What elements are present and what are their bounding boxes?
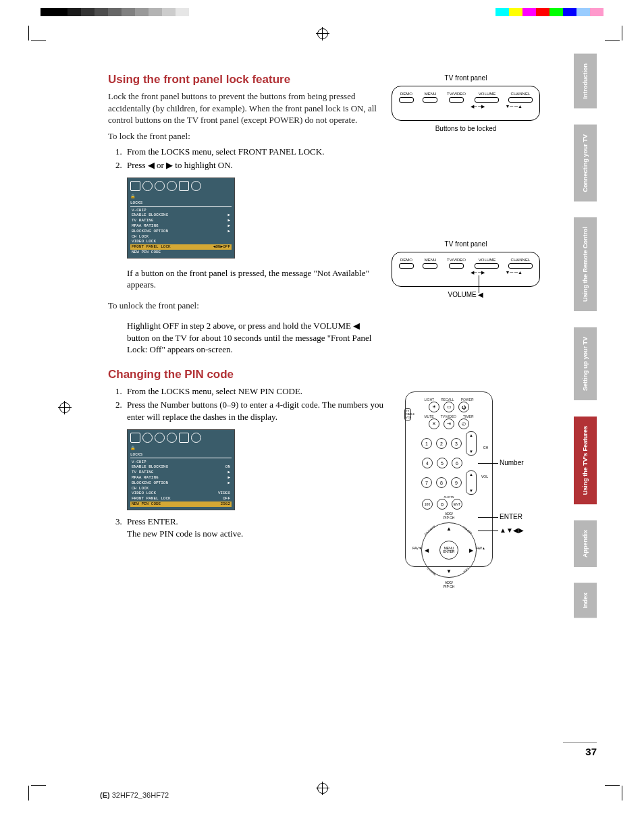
- osd-row: BLOCKING OPTION▶: [130, 229, 232, 234]
- osd-menu-1: 🔒 LOCKS V-CHIP ENABLE BLOCKING▶ TV RATIN…: [127, 178, 235, 259]
- lock-icon: 🔒: [130, 445, 232, 451]
- color-bar-right: [495, 8, 603, 16]
- vol-rocker: ▲▼: [466, 470, 477, 495]
- tab-introduction: Introduction: [574, 54, 597, 109]
- tab-appendix: Appendix: [574, 520, 597, 567]
- tab-index: Index: [574, 583, 597, 618]
- panel-button: CHANNEL: [508, 92, 533, 103]
- osd-tab-icons: [130, 433, 232, 443]
- page-number: 37: [563, 742, 597, 757]
- number-button: 2: [436, 438, 447, 449]
- osd-menu-2: 🔒 LOCKS V-CHIP ENABLE BLOCKINGON TV RATI…: [127, 429, 235, 510]
- callout-number: Number: [500, 459, 524, 466]
- number-button: 0: [437, 499, 448, 510]
- pin-step-2: Press the Number buttons (0–9) to enter …: [124, 399, 383, 423]
- lock-icon: 🔒: [130, 194, 232, 199]
- registration-target-bottom: [317, 783, 328, 794]
- panel-button: MENU: [423, 258, 437, 269]
- ch-rocker: ▲▼: [466, 431, 477, 456]
- callout-arrows: ▲▼◀▶: [500, 526, 524, 534]
- unlock-lead: To unlock the front panel:: [108, 300, 378, 312]
- osd-row: FRONT PANEL LOCKOFF: [130, 496, 232, 501]
- intro-paragraph: Lock the front panel buttons to prevent …: [108, 90, 378, 126]
- osd-row: TV RATING▶: [130, 470, 232, 475]
- registration-target-left: [59, 402, 70, 413]
- crop-mark: [14, 780, 34, 801]
- hundred-button: 100: [422, 499, 433, 510]
- panel-button: VOLUME: [475, 92, 499, 103]
- osd-row: MPAA RATING▶: [130, 475, 232, 481]
- number-button: 5: [437, 458, 448, 468]
- callout-enter: ENTER: [500, 513, 522, 520]
- timer-button: ◴: [458, 418, 469, 429]
- panel-button: VOLUME: [475, 258, 499, 269]
- panel-button: DEMO: [399, 258, 414, 269]
- panel-title-2: TV front panel: [392, 240, 540, 248]
- side-tabs: Introduction Connecting your TV Using th…: [574, 54, 597, 618]
- panel-button: CHANNEL: [508, 258, 533, 269]
- dpad: ▲ ▼ ◀ ▶ MENU ENTER FAV▼ FAV▲ FAVORITE A/…: [421, 522, 477, 578]
- osd-row: VIDEO LOCK: [130, 239, 232, 244]
- tvvideo-button: ⇥: [444, 418, 454, 429]
- number-button: 3: [451, 438, 462, 449]
- crop-mark: [617, 26, 637, 46]
- tv-cable-vcr-switch: TV CABLE VCR: [404, 408, 411, 420]
- pin-step-3: Press ENTER. The new PIN code is now act…: [124, 516, 383, 540]
- crop-mark: [617, 780, 637, 801]
- osd-row: CH LOCK: [130, 234, 232, 240]
- osd-row: V-CHIP: [130, 208, 232, 213]
- ent-button: ENT: [452, 499, 462, 510]
- panel-button: TV/VIDEO: [447, 92, 466, 103]
- panel-button: TV/VIDEO: [447, 258, 466, 269]
- osd-row: ENABLE BLOCKINGON: [130, 464, 232, 470]
- lock-lead: To lock the front panel:: [108, 130, 378, 142]
- registration-target-top: [317, 28, 328, 39]
- tab-setting-up: Setting up your TV: [574, 327, 597, 400]
- osd-row-highlighted: FRONT PANEL LOCK◀ON▶OFF: [130, 244, 232, 250]
- front-panel-diagram-2: DEMOMENUTV/VIDEOVOLUMECHANNEL ◀─ ─▶▼─ ─▲: [392, 252, 540, 287]
- figure-column: TV front panel DEMOMENUTV/VIDEOVOLUMECHA…: [392, 74, 540, 298]
- tab-connecting: Connecting your TV: [574, 125, 597, 202]
- front-panel-diagram-1: DEMOMENUTV/VIDEOVOLUMECHANNEL ◀─ ─▶▼─ ─▲: [392, 86, 540, 121]
- number-button: 9: [451, 477, 462, 488]
- osd-title: LOCKS: [130, 200, 232, 207]
- osd-row: BLOCKING OPTION▶: [130, 481, 232, 486]
- osd-row: MPAA RATING▶: [130, 223, 232, 229]
- panel-title-1: TV front panel: [392, 74, 540, 82]
- panel-button: DEMO: [399, 92, 414, 103]
- lock-step-2: Press ◀ or ▶ to highlight ON.: [124, 159, 383, 171]
- number-button: 1: [421, 438, 432, 449]
- osd-tab-icons: [130, 181, 232, 191]
- pin-step-1: From the LOCKS menu, select NEW PIN CODE…: [124, 385, 383, 398]
- power-button: ⏻: [458, 402, 469, 412]
- tab-remote: Using the Remote Control: [574, 217, 597, 311]
- osd-row: CH LOCK: [130, 486, 232, 491]
- panel-caption-2: VOLUME ◀: [392, 291, 540, 298]
- remote-diagram: TV CABLE VCR LIGHT RECALL POWER ☀ ▭ ⏻ MU…: [405, 391, 493, 567]
- section-title-pin: Changing the PIN code: [108, 368, 540, 381]
- number-button: 7: [421, 477, 432, 488]
- number-button: 6: [452, 458, 462, 468]
- mute-button: ✕: [429, 418, 439, 429]
- menu-enter-button: MENU ENTER: [439, 541, 458, 560]
- osd-row: V-CHIP: [130, 460, 232, 465]
- footer-model: (E) (E) 32HF72_36HF7232HF72_36HF72: [100, 791, 169, 799]
- osd-row-highlighted: NEW PIN CODE2562: [130, 501, 232, 507]
- not-available-note: If a button on the front panel is presse…: [127, 267, 383, 291]
- number-button: 8: [436, 477, 447, 488]
- osd-row: TV RATING▶: [130, 218, 232, 223]
- osd-row: NEW PIN CODE: [130, 250, 232, 255]
- light-button: ☀: [429, 402, 439, 412]
- lock-step-1: From the LOCKS menu, select FRONT PANEL …: [124, 146, 383, 158]
- osd-row: ENABLE BLOCKING▶: [130, 213, 232, 218]
- panel-button: MENU: [423, 92, 437, 103]
- number-button: 4: [422, 458, 433, 468]
- panel-caption-1: Buttons to be locked: [392, 125, 540, 132]
- recall-button: ▭: [444, 402, 454, 412]
- tab-features: Using the TV's Features: [574, 416, 597, 504]
- unlock-paragraph: Highlight OFF in step 2 above, or press …: [127, 320, 383, 356]
- osd-title: LOCKS: [130, 452, 232, 458]
- osd-row: VIDEO LOCKVIDEO: [130, 491, 232, 496]
- color-bar-left: [41, 8, 189, 16]
- crop-mark: [14, 26, 34, 46]
